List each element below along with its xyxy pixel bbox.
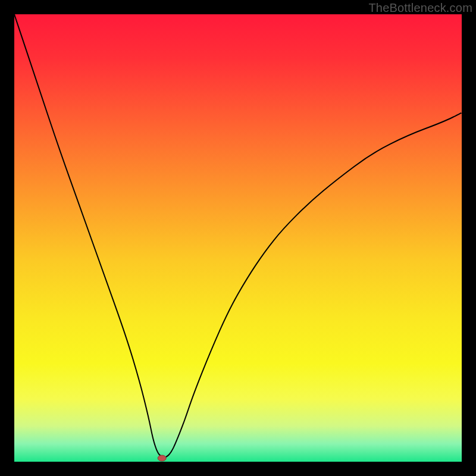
optimal-point-marker: [158, 455, 166, 461]
plot-background: [14, 14, 462, 462]
chart-container: TheBottleneck.com: [0, 0, 476, 476]
watermark-text: TheBottleneck.com: [368, 1, 472, 15]
bottleneck-plot: [14, 14, 462, 462]
